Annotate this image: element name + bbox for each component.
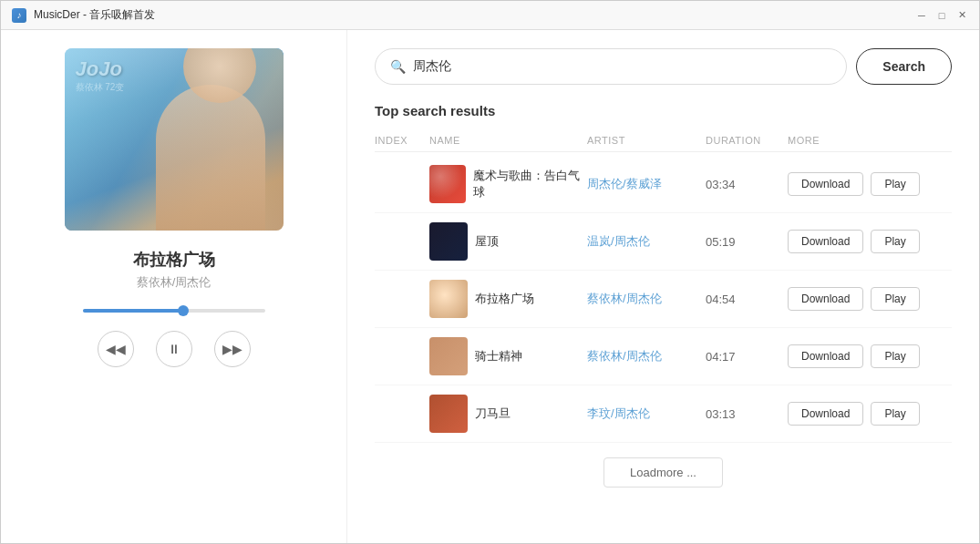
progress-bar[interactable] [83,309,265,313]
album-art-inner: JoJo 蔡依林 72变 [65,48,284,231]
row-thumbnail-3 [429,337,468,375]
table-header: INDEX NAME ARTIST DURATION MORE [375,129,952,152]
app-icon: ♪ [12,8,26,23]
minimize-button[interactable]: ─ [915,9,928,22]
row-duration-2: 04:54 [706,293,788,306]
row-thumbnail-1 [429,222,468,261]
search-icon: 🔍 [390,59,406,74]
download-button-0[interactable]: Download [788,172,863,196]
results-table: INDEX NAME ARTIST DURATION MORE 魔术与歌曲：告白… [375,129,952,443]
table-rows: 魔术与歌曲：告白气球 周杰伦/蔡威泽 03:34 Download Play 屋… [375,156,952,443]
row-name-cell-3: 骑士精神 [429,337,587,375]
next-icon: ▶▶ [222,342,242,356]
row-artist-4: 李玟/周杰伦 [587,405,706,422]
col-artist: ARTIST [587,135,706,146]
next-button[interactable]: ▶▶ [214,331,251,367]
row-duration-3: 04:17 [706,350,788,364]
row-name-2: 布拉格广场 [475,291,534,307]
row-duration-4: 03:13 [706,407,788,421]
main-window: ♪ MusicDer - 音乐吸解首发 ─ □ ✕ JoJo 蔡依林 72变 [0,0,980,544]
album-art: JoJo 蔡依林 72变 [65,48,284,231]
row-actions-0: Download Play [788,172,952,196]
row-actions-2: Download Play [788,287,952,311]
row-thumbnail-4 [429,395,468,433]
search-input[interactable] [413,59,831,74]
row-name-cell-0: 魔术与歌曲：告白气球 [429,165,587,203]
main-content: JoJo 蔡依林 72变 布拉格广场 蔡依林/周杰伦 ◀◀ ⏸ [1,30,979,543]
play-button-3[interactable]: Play [871,344,919,368]
col-more: MORE [788,135,952,146]
row-name-4: 刀马旦 [475,405,511,422]
row-actions-3: Download Play [788,344,952,368]
row-artist-2: 蔡依林/周杰伦 [587,291,706,307]
maximize-button[interactable]: □ [935,9,948,22]
search-button[interactable]: Search [856,48,952,85]
song-artist: 蔡依林/周杰伦 [137,274,211,291]
row-name-cell-4: 刀马旦 [429,395,587,433]
row-thumbnail-0 [429,165,466,203]
row-artist-1: 温岚/周杰伦 [587,233,706,250]
row-name-3: 骑士精神 [475,348,522,364]
table-row: 刀马旦 李玟/周杰伦 03:13 Download Play [375,385,952,443]
prev-icon: ◀◀ [106,342,126,356]
download-button-3[interactable]: Download [788,344,863,368]
row-actions-4: Download Play [788,402,952,426]
row-artist-0: 周杰伦/蔡威泽 [587,176,706,192]
row-thumbnail-2 [429,280,468,318]
loadmore-container: Loadmore ... [375,443,952,495]
row-duration-0: 03:34 [706,178,788,191]
col-duration: DURATION [706,135,788,146]
prev-button[interactable]: ◀◀ [98,331,134,367]
close-button[interactable]: ✕ [955,9,968,22]
song-title: 布拉格广场 [133,249,215,271]
table-row: 布拉格广场 蔡依林/周杰伦 04:54 Download Play [375,271,952,328]
download-button-1[interactable]: Download [788,230,863,253]
table-row: 骑士精神 蔡依林/周杰伦 04:17 Download Play [375,328,952,385]
window-controls: ─ □ ✕ [915,9,968,22]
search-bar: 🔍 Search [375,48,952,85]
row-actions-1: Download Play [788,230,952,253]
row-name-1: 屋顶 [475,233,499,250]
row-artist-3: 蔡依林/周杰伦 [587,348,706,364]
progress-fill [83,309,183,313]
results-title: Top search results [375,103,952,118]
pause-button[interactable]: ⏸ [156,331,192,367]
download-button-4[interactable]: Download [788,402,863,426]
row-name-cell-2: 布拉格广场 [429,280,587,318]
progress-thumb[interactable] [178,305,189,316]
play-button-1[interactable]: Play [871,230,919,253]
search-panel: 🔍 Search Top search results INDEX NAME A… [347,30,979,543]
table-row: 魔术与歌曲：告白气球 周杰伦/蔡威泽 03:34 Download Play [375,156,952,213]
title-bar-left: ♪ MusicDer - 音乐吸解首发 [12,7,155,23]
pause-icon: ⏸ [168,342,181,356]
download-button-2[interactable]: Download [788,287,863,311]
play-button-4[interactable]: Play [871,402,919,426]
col-index: INDEX [375,135,429,146]
row-duration-1: 05:19 [706,235,788,249]
row-name-cell-1: 屋顶 [429,222,587,261]
loadmore-button[interactable]: Loadmore ... [603,457,723,488]
col-name: NAME [429,135,587,146]
player-controls: ◀◀ ⏸ ▶▶ [98,331,251,367]
table-row: 屋顶 温岚/周杰伦 05:19 Download Play [375,213,952,271]
app-title: MusicDer - 音乐吸解首发 [34,7,155,23]
play-button-0[interactable]: Play [871,172,919,196]
row-name-0: 魔术与歌曲：告白气球 [473,168,587,200]
search-input-wrapper: 🔍 [375,48,847,85]
player-panel: JoJo 蔡依林 72变 布拉格广场 蔡依林/周杰伦 ◀◀ ⏸ [1,30,347,543]
play-button-2[interactable]: Play [871,287,919,311]
title-bar: ♪ MusicDer - 音乐吸解首发 ─ □ ✕ [1,1,979,30]
